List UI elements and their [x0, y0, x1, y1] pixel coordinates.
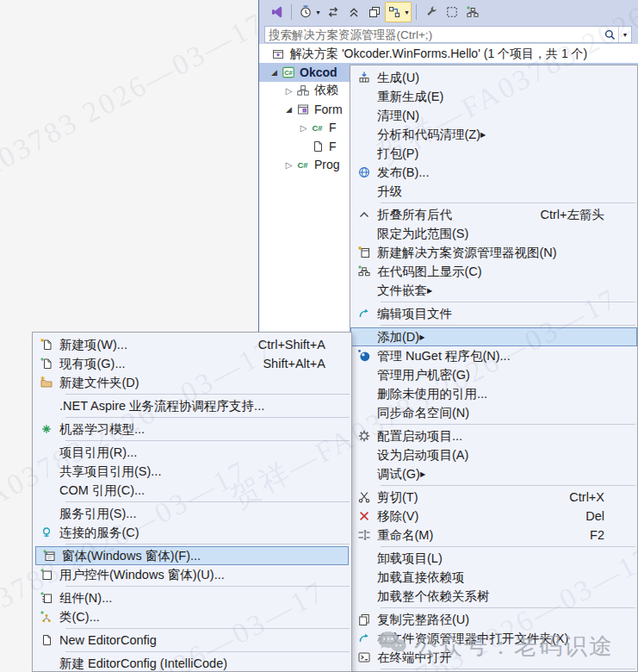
toolbar-button-sync-selection[interactable]	[323, 2, 344, 22]
add-submenu-item-connected-services[interactable]: 连接的服务(C)	[33, 523, 351, 542]
menu-item-shortcut: Ctrl+X	[569, 490, 623, 504]
context-menu-item-manage-nuget[interactable]: 管理 NuGet 程序包(N)...	[350, 346, 637, 365]
cs-icon: C#	[310, 121, 325, 134]
component-add-icon	[33, 591, 59, 605]
toolbar-button-sync-with-active-document[interactable]: ▼	[385, 2, 412, 22]
context-menu-item-pack[interactable]: 打包(P)	[350, 144, 637, 163]
doc-icon	[310, 140, 325, 153]
context-menu-item-unload-project[interactable]: 卸载项目(L)	[350, 549, 637, 568]
submenu-arrow-icon: ▶	[419, 333, 430, 341]
add-submenu-item-service-reference[interactable]: 服务引用(S)...	[33, 504, 351, 523]
menu-item-label: 分析和代码清理(Z)	[377, 127, 480, 143]
toolbar-button-pending-changes-filter[interactable]: ▼	[296, 2, 323, 22]
context-menu-item-configure-startup-projects[interactable]: 配置启动项目...	[350, 426, 637, 445]
build-icon	[350, 71, 377, 84]
menu-separator	[65, 440, 350, 441]
search-input[interactable]	[265, 27, 601, 42]
menu-item-label: 清理(N)	[377, 108, 419, 124]
curve-arrow-icon	[350, 632, 377, 645]
context-menu-item-new-solution-explorer-view[interactable]: 新建解决方案资源管理器视图(N)	[350, 243, 637, 262]
copy-icon	[350, 613, 377, 626]
menu-item-label: 类(C)...	[59, 609, 100, 625]
menu-item-label: .NET Aspire 业务流程协调程序支持...	[59, 398, 264, 414]
add-submenu-item-windows-form[interactable]: 窗体(Windows 窗体)(F)...	[35, 546, 349, 565]
context-menu-item-debug[interactable]: 调试(G)▶	[350, 464, 637, 483]
context-menu-item-upgrade[interactable]: 升级	[350, 182, 637, 201]
context-menu-item-load-entire-dependency-tree[interactable]: 加载整个依赖关系树	[350, 587, 637, 606]
icon-placeholder	[33, 464, 59, 478]
add-submenu-item-component[interactable]: 组件(N)...	[33, 588, 351, 607]
context-menu-item-collapse-descendants[interactable]: 折叠所有后代Ctrl+左箭头	[350, 205, 637, 224]
add-submenu-item-new-editorconfig[interactable]: New EditorConfig	[33, 631, 351, 650]
add-submenu-item-class[interactable]: 类(C)...	[33, 607, 351, 626]
search-options-dropdown[interactable]: ▼	[618, 27, 631, 42]
toolbar-button-add-to-diagram[interactable]	[462, 2, 483, 22]
context-menu-item-analyze-code-cleanup[interactable]: 分析和代码清理(Z)▶	[350, 125, 637, 144]
svg-text:C#: C#	[284, 69, 293, 77]
new-view-icon	[350, 246, 377, 259]
toolbar-button-switch-views[interactable]	[266, 2, 287, 22]
context-menu-item-rebuild[interactable]: 重新生成(E)	[350, 87, 637, 106]
icon-placeholder	[350, 387, 377, 401]
context-menu-item-add[interactable]: 添加(D)▶	[350, 327, 637, 346]
ml-icon	[33, 422, 59, 436]
add-submenu-item-machine-learning-model[interactable]: 机器学习模型...	[33, 420, 351, 439]
menu-item-shortcut: Ctrl+Shift+A	[258, 338, 338, 352]
menu-separator	[381, 424, 635, 425]
context-menu-item-remove-unused-references[interactable]: 删除未使用的引用...	[350, 384, 637, 403]
context-menu-item-rename[interactable]: 重命名(M)F2	[350, 526, 637, 544]
context-menu-item-edit-project-file[interactable]: 编辑项目文件	[350, 304, 637, 323]
context-menu-item-clean[interactable]: 清理(N)	[350, 106, 637, 125]
add-diagram-icon	[465, 5, 480, 19]
menu-item-label: 添加(D)	[377, 329, 419, 345]
expander-closed-icon[interactable]: ▷	[297, 123, 310, 133]
menu-item-label: 重命名(M)	[377, 527, 433, 544]
context-menu-item-load-direct-dependencies[interactable]: 加载直接依赖项	[350, 568, 637, 587]
context-menu-item-sync-namespaces[interactable]: 同步命名空间(N)	[350, 403, 637, 422]
add-submenu-item-project-reference[interactable]: 项目引用(R)...	[33, 443, 351, 462]
expander-closed-icon[interactable]: ▷	[282, 86, 295, 96]
expander-open-icon[interactable]: ◢	[268, 68, 281, 77]
context-menu-item-show-on-code-map[interactable]: 在代码图上显示(C)	[350, 262, 637, 281]
icon-placeholder	[350, 448, 377, 462]
menu-item-label: 管理用户机密(G)	[377, 367, 470, 383]
toolbar-button-show-all-files[interactable]	[442, 2, 462, 22]
context-menu-item-build[interactable]: 生成(U)	[350, 68, 637, 87]
add-submenu-item-aspire-orchestrator-support[interactable]: .NET Aspire 业务流程协调程序支持...	[33, 396, 351, 415]
context-menu-item-scope-to-this[interactable]: 限定为此范围(S)	[350, 224, 637, 243]
watermark-text: 贺祥—FA03783 2026—03—17	[0, 3, 272, 242]
context-menu-item-file-nesting[interactable]: 文件嵌套▶	[350, 281, 637, 300]
toolbar-button-properties[interactable]	[421, 2, 442, 22]
terminal-icon	[350, 650, 377, 664]
add-submenu-item-new-editorconfig-intellicode[interactable]: 新建 EditorConfig (IntelliCode)	[33, 654, 351, 672]
toolbar-button-preview-selected-items[interactable]	[364, 2, 385, 22]
context-menu-item-publish[interactable]: 发布(B)...	[350, 163, 637, 182]
add-submenu-item-existing-item[interactable]: 现有项(G)...Shift+Alt+A	[33, 354, 351, 373]
new-item-icon	[33, 338, 59, 352]
context-menu-item-open-in-terminal[interactable]: 在终端中打开	[350, 648, 637, 667]
toolbar-button-collapse-all[interactable]	[344, 2, 364, 22]
add-submenu-item-new-folder[interactable]: 新建文件夹(D)	[33, 373, 351, 392]
search-icon[interactable]	[601, 28, 618, 41]
context-menu-item-remove[interactable]: 移除(V)Del	[350, 507, 637, 526]
add-submenu-item-new-item[interactable]: 新建项(W)...Ctrl+Shift+A	[33, 335, 351, 354]
icon-placeholder	[350, 368, 377, 382]
menu-item-shortcut: Ctrl+左箭头	[540, 207, 623, 223]
add-submenu-item-user-control[interactable]: 用户控件(Windows 窗体)(U)...	[33, 565, 351, 584]
visual-studio-solution-explorer: ▼▼ ▼ 解决方案 'Okcoder.WinForms.Hello' (1 个项…	[0, 0, 638, 672]
solution-row[interactable]: 解决方案 'Okcoder.WinForms.Hello' (1 个项目，共 1…	[259, 45, 638, 63]
icon-placeholder	[33, 445, 59, 459]
add-submenu-item-shared-project-reference[interactable]: 共享项目引用(S)...	[33, 462, 351, 481]
expander-closed-icon[interactable]: ▷	[282, 160, 295, 170]
menu-separator	[381, 325, 635, 326]
context-menu-item-open-folder-in-file-explorer[interactable]: 在文件资源管理器中打开文件夹(X)	[350, 629, 637, 648]
add-submenu-item-com-reference[interactable]: COM 引用(C)...	[33, 481, 351, 500]
menu-separator	[381, 669, 635, 669]
menu-item-label: 折叠所有后代	[377, 207, 452, 223]
cs-icon: C#	[295, 158, 311, 171]
context-menu-item-set-as-startup[interactable]: 设为启动项目(A)	[350, 445, 637, 464]
context-menu-item-cut[interactable]: 剪切(T)Ctrl+X	[350, 488, 637, 507]
expander-open-icon[interactable]: ◢	[282, 105, 295, 114]
context-menu-item-copy-full-path[interactable]: 复制完整路径(U)	[350, 610, 637, 629]
context-menu-item-manage-user-secrets[interactable]: 管理用户机密(G)	[350, 365, 637, 384]
